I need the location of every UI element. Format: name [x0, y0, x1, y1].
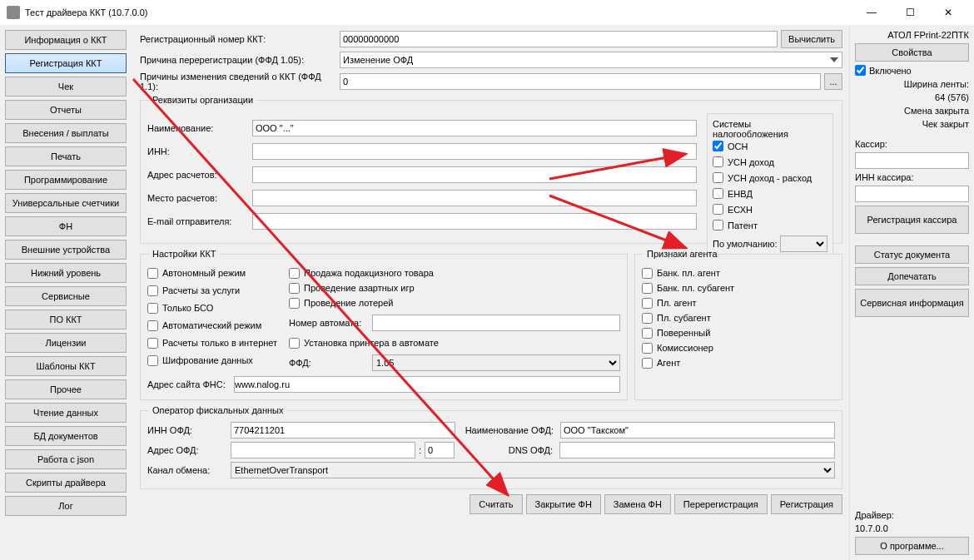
sidebar-item-6[interactable]: Программирование [5, 170, 127, 190]
app-icon [7, 6, 20, 19]
agent-item-3[interactable]: Пл. субагент [642, 310, 835, 325]
reg-button[interactable]: Регистрация [771, 494, 842, 514]
close-button[interactable]: ✕ [929, 0, 967, 25]
printer-in-automat-label: Установка принтера в автомате [304, 338, 439, 348]
kkt-opt-a-3[interactable]: Автоматический режим [147, 318, 282, 333]
sidebar-item-8[interactable]: ФН [5, 216, 127, 236]
replace-fn-button[interactable]: Замена ФН [604, 494, 671, 514]
tax-item-2[interactable]: УСН доход - расход [713, 171, 827, 185]
tax-item-5[interactable]: Патент [713, 218, 827, 232]
kkt-opt-a-4[interactable]: Расчеты только в интернет [147, 335, 282, 350]
fns-input[interactable] [234, 376, 620, 393]
tax-checkbox-5[interactable] [713, 220, 723, 230]
org-legend: Реквизиты организации [149, 95, 256, 105]
sidebar-item-14[interactable]: Шаблоны ККТ [5, 356, 127, 376]
org-inn-label: ИНН: [147, 146, 249, 156]
tax-item-0[interactable]: ОСН [713, 139, 827, 153]
sidebar-item-10[interactable]: Нижний уровень [5, 263, 127, 283]
read-button[interactable]: Считать [470, 494, 522, 514]
kkt-opt-a-5[interactable]: Шифрование данных [147, 353, 282, 368]
sidebar-item-1[interactable]: Регистрация ККТ [5, 53, 127, 73]
properties-button[interactable]: Свойства [855, 43, 969, 62]
cashier-inn-label: ИНН кассира: [855, 172, 969, 182]
tax-checkbox-4[interactable] [713, 204, 723, 215]
sidebar-item-20[interactable]: Лог [5, 496, 127, 516]
tax-checkbox-0[interactable] [713, 141, 723, 151]
org-inn-input[interactable] [252, 143, 697, 160]
sidebar-item-11[interactable]: Сервисные [5, 286, 127, 306]
reg-number-input[interactable] [340, 31, 778, 47]
sidebar-item-9[interactable]: Внешние устройства [5, 240, 127, 260]
tax-item-1[interactable]: УСН доход [713, 155, 827, 169]
org-name-input[interactable] [252, 120, 697, 136]
sidebar-item-4[interactable]: Внесения / выплаты [5, 123, 127, 143]
tax-checkbox-1[interactable] [713, 156, 723, 167]
cashier-inn-input[interactable] [855, 186, 969, 202]
driver-version: 10.7.0.0 [855, 523, 969, 533]
sidebar-item-17[interactable]: БД документов [5, 426, 127, 446]
tax-checkbox-2[interactable] [713, 172, 723, 183]
tax-item-3[interactable]: ЕНВД [713, 186, 827, 201]
sidebar-item-16[interactable]: Чтение данных [5, 403, 127, 423]
sidebar-item-12[interactable]: ПО ККТ [5, 310, 127, 330]
sidebar-item-19[interactable]: Скрипты драйвера [5, 473, 127, 493]
kkt-opt-a-2[interactable]: Только БСО [147, 300, 282, 315]
agent-item-5[interactable]: Комиссионер [642, 340, 835, 355]
change-reason-ellipsis-button[interactable]: ... [824, 73, 842, 90]
ffd-select[interactable]: 1.05 [372, 354, 620, 371]
kkt-opt-a-0[interactable]: Автономный режим [147, 265, 282, 280]
change-reason-input[interactable] [340, 73, 821, 90]
right-panel: АТОЛ FPrint-22ПТК Свойства Включено Шири… [849, 25, 974, 560]
ofd-fieldset: Оператор фискальных данных ИНН ОФД: Наим… [140, 405, 842, 489]
service-info-button[interactable]: Сервисная информация [855, 289, 969, 317]
ofd-addr-input[interactable] [231, 442, 415, 458]
ofd-dns-input[interactable] [559, 442, 835, 458]
sidebar-item-7[interactable]: Универсальные счетчики [5, 193, 127, 213]
ofd-name-input[interactable] [560, 422, 835, 439]
agent-item-0[interactable]: Банк. пл. агент [642, 265, 835, 280]
agent-legend: Признаки агента [644, 249, 721, 259]
kkt-opt-b-1[interactable]: Проведение азартных игр [289, 280, 620, 295]
rereg-reason-select[interactable]: Изменение ОФД [340, 52, 842, 68]
kkt-opt-b-0[interactable]: Продажа подакцизного товара [289, 265, 620, 280]
kkt-settings-legend: Настройки ККТ [149, 249, 220, 259]
automat-input[interactable] [372, 315, 620, 331]
cashier-input[interactable] [855, 152, 969, 169]
about-button[interactable]: О программе... [855, 537, 969, 555]
org-addr-label: Адрес расчетов: [147, 170, 249, 180]
tax-item-4[interactable]: ЕСХН [713, 202, 827, 216]
ofd-port-input[interactable] [425, 442, 455, 458]
ofd-channel-select[interactable]: EthernetOverTransport [231, 462, 835, 478]
window-title: Тест драйвера ККТ (10.7.0.0) [25, 7, 852, 17]
close-fn-button[interactable]: Закрытие ФН [526, 494, 601, 514]
org-addr-input[interactable] [252, 166, 697, 183]
doc-status-button[interactable]: Статус документа [855, 245, 969, 264]
printer-in-automat-checkbox[interactable] [289, 338, 300, 349]
kkt-opt-a-1[interactable]: Расчеты за услуги [147, 283, 282, 298]
sidebar-item-3[interactable]: Отчеты [5, 100, 127, 120]
agent-item-1[interactable]: Банк. пл. субагент [642, 280, 835, 295]
org-email-input[interactable] [252, 213, 697, 230]
compute-button[interactable]: Вычислить [781, 30, 842, 48]
agent-item-6[interactable]: Агент [642, 355, 835, 370]
rereg-button[interactable]: Перерегистрация [674, 494, 768, 514]
minimize-button[interactable]: — [852, 0, 891, 25]
reg-number-label: Регистрационный номер ККТ: [140, 34, 336, 44]
sidebar-item-5[interactable]: Печать [5, 146, 127, 166]
ofd-inn-input[interactable] [231, 422, 455, 439]
enabled-checkbox[interactable] [855, 65, 866, 76]
reprint-button[interactable]: Допечатать [855, 267, 969, 285]
agent-item-4[interactable]: Поверенный [642, 325, 835, 340]
register-cashier-button[interactable]: Регистрация кассира [855, 206, 969, 234]
ofd-addr-label: Адрес ОФД: [147, 445, 227, 455]
sidebar-item-13[interactable]: Лицензии [5, 333, 127, 353]
sidebar-item-15[interactable]: Прочее [5, 379, 127, 399]
maximize-button[interactable]: ☐ [891, 0, 929, 25]
tax-checkbox-3[interactable] [713, 188, 723, 199]
sidebar-item-18[interactable]: Работа с json [5, 449, 127, 469]
agent-item-2[interactable]: Пл. агент [642, 295, 835, 310]
kkt-opt-b-2[interactable]: Проведение лотерей [289, 295, 620, 310]
sidebar-item-0[interactable]: Информация о ККТ [5, 30, 127, 50]
org-place-input[interactable] [252, 190, 697, 206]
sidebar-item-2[interactable]: Чек [5, 77, 127, 97]
